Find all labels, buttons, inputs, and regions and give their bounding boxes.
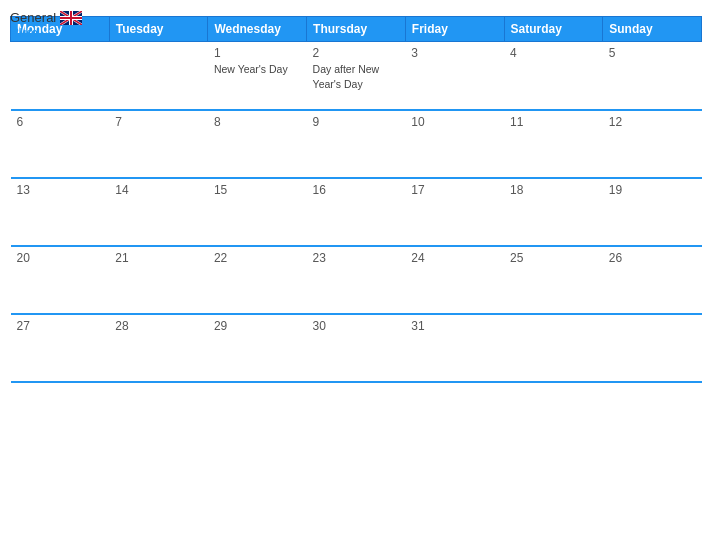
day-number: 30 — [313, 319, 400, 333]
day-number: 9 — [313, 115, 400, 129]
column-header-wednesday: Wednesday — [208, 17, 307, 42]
day-number: 8 — [214, 115, 301, 129]
calendar-table: MondayTuesdayWednesdayThursdayFridaySatu… — [10, 16, 702, 383]
day-cell: 15 — [208, 178, 307, 246]
day-number: 7 — [115, 115, 202, 129]
day-cell: 26 — [603, 246, 702, 314]
calendar-body: 1New Year's Day2Day after New Year's Day… — [11, 42, 702, 382]
day-cell: 23 — [307, 246, 406, 314]
day-number: 13 — [17, 183, 104, 197]
day-cell: 31 — [405, 314, 504, 382]
day-cell: 13 — [11, 178, 110, 246]
day-number: 21 — [115, 251, 202, 265]
day-cell: 14 — [109, 178, 208, 246]
day-number: 3 — [411, 46, 498, 60]
day-number: 26 — [609, 251, 696, 265]
day-cell: 5 — [603, 42, 702, 110]
day-cell: 6 — [11, 110, 110, 178]
day-number: 29 — [214, 319, 301, 333]
day-cell: 30 — [307, 314, 406, 382]
day-cell: 21 — [109, 246, 208, 314]
day-number: 19 — [609, 183, 696, 197]
day-cell: 1New Year's Day — [208, 42, 307, 110]
logo: General Blue — [10, 10, 82, 40]
day-number: 1 — [214, 46, 301, 60]
day-cell: 24 — [405, 246, 504, 314]
day-number: 27 — [17, 319, 104, 333]
day-cell: 28 — [109, 314, 208, 382]
day-number: 4 — [510, 46, 597, 60]
calendar-wrapper: General Blue MondayTuesday — [0, 0, 712, 550]
day-cell: 20 — [11, 246, 110, 314]
day-number: 6 — [17, 115, 104, 129]
day-cell: 29 — [208, 314, 307, 382]
day-number: 16 — [313, 183, 400, 197]
day-cell: 8 — [208, 110, 307, 178]
calendar-header-row: MondayTuesdayWednesdayThursdayFridaySatu… — [11, 17, 702, 42]
day-number: 15 — [214, 183, 301, 197]
week-row-1: 1New Year's Day2Day after New Year's Day… — [11, 42, 702, 110]
week-row-3: 13141516171819 — [11, 178, 702, 246]
day-cell: 25 — [504, 246, 603, 314]
week-row-5: 2728293031 — [11, 314, 702, 382]
day-cell: 16 — [307, 178, 406, 246]
day-cell — [603, 314, 702, 382]
column-header-tuesday: Tuesday — [109, 17, 208, 42]
week-row-2: 6789101112 — [11, 110, 702, 178]
day-cell — [109, 42, 208, 110]
logo-flag-icon — [60, 11, 82, 25]
day-number: 12 — [609, 115, 696, 129]
column-header-saturday: Saturday — [504, 17, 603, 42]
week-row-4: 20212223242526 — [11, 246, 702, 314]
day-cell: 11 — [504, 110, 603, 178]
day-number: 2 — [313, 46, 400, 60]
svg-rect-9 — [60, 17, 82, 19]
day-cell: 19 — [603, 178, 702, 246]
day-cell: 4 — [504, 42, 603, 110]
day-cell: 2Day after New Year's Day — [307, 42, 406, 110]
day-number: 25 — [510, 251, 597, 265]
day-number: 20 — [17, 251, 104, 265]
day-cell: 18 — [504, 178, 603, 246]
holiday-label: Day after New Year's Day — [313, 63, 380, 90]
day-number: 28 — [115, 319, 202, 333]
day-number: 22 — [214, 251, 301, 265]
day-cell: 9 — [307, 110, 406, 178]
day-cell: 7 — [109, 110, 208, 178]
day-number: 23 — [313, 251, 400, 265]
column-header-thursday: Thursday — [307, 17, 406, 42]
column-header-sunday: Sunday — [603, 17, 702, 42]
day-number: 18 — [510, 183, 597, 197]
day-cell: 22 — [208, 246, 307, 314]
day-number: 24 — [411, 251, 498, 265]
day-cell — [11, 42, 110, 110]
holiday-label: New Year's Day — [214, 63, 288, 75]
day-cell: 10 — [405, 110, 504, 178]
day-number: 14 — [115, 183, 202, 197]
day-cell: 27 — [11, 314, 110, 382]
day-cell: 3 — [405, 42, 504, 110]
logo-blue-text: Blue — [10, 25, 38, 40]
day-cell: 17 — [405, 178, 504, 246]
column-header-friday: Friday — [405, 17, 504, 42]
day-number: 31 — [411, 319, 498, 333]
logo-general-text: General — [10, 10, 56, 25]
day-cell: 12 — [603, 110, 702, 178]
day-number: 10 — [411, 115, 498, 129]
day-number: 17 — [411, 183, 498, 197]
day-cell — [504, 314, 603, 382]
day-number: 5 — [609, 46, 696, 60]
day-number: 11 — [510, 115, 597, 129]
